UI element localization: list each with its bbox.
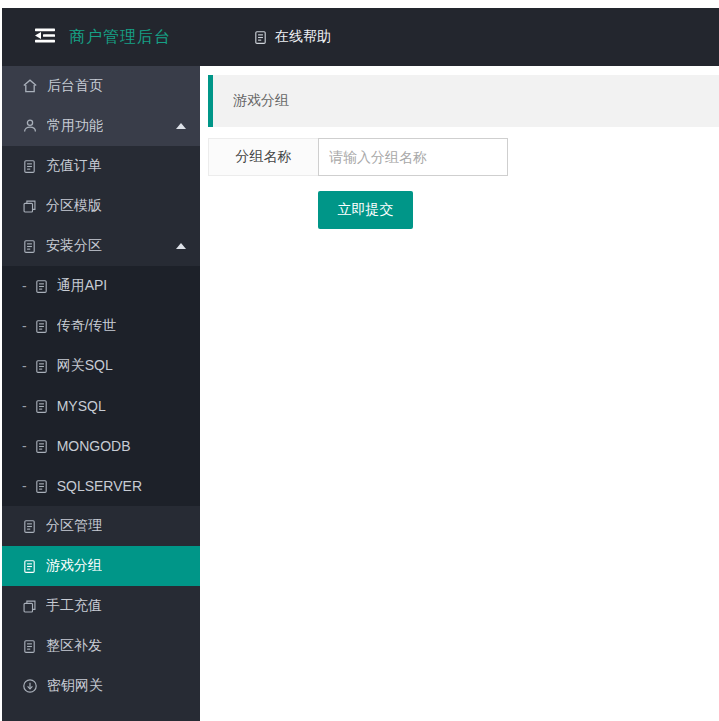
sidebar-item-mongodb[interactable]: - MONGODB bbox=[2, 426, 200, 466]
copy-icon bbox=[22, 599, 37, 614]
doc-icon bbox=[22, 559, 37, 574]
app-title: 商户管理后台 bbox=[69, 27, 171, 48]
admin-app: 商户管理后台 在线帮助 后台首页 常用功能 充值订单 分区模版 安装分区 - 通… bbox=[2, 8, 719, 721]
submenu-dash: - bbox=[22, 438, 27, 454]
user-icon bbox=[22, 118, 38, 134]
submenu-dash: - bbox=[22, 278, 27, 294]
sidebar-item-label: 网关SQL bbox=[57, 357, 113, 375]
collapse-menu-icon bbox=[34, 27, 56, 48]
sidebar-item-label: 常用功能 bbox=[47, 117, 103, 135]
top-header-bar: 商户管理后台 在线帮助 bbox=[2, 8, 719, 66]
group-name-label: 分组名称 bbox=[208, 138, 318, 176]
sidebar-item-label: 分区管理 bbox=[46, 517, 102, 535]
doc-icon bbox=[22, 639, 37, 654]
main-area: 后台首页 常用功能 充值订单 分区模版 安装分区 - 通用API - 传奇/传世… bbox=[2, 66, 719, 721]
sidebar-item-key-gateway[interactable]: 密钥网关 bbox=[2, 666, 200, 706]
submenu-dash: - bbox=[22, 398, 27, 414]
sidebar-item-recharge-orders[interactable]: 充值订单 bbox=[2, 146, 200, 186]
sidebar-item-generic-api[interactable]: - 通用API bbox=[2, 266, 200, 306]
sidebar-item-label: 整区补发 bbox=[46, 637, 102, 655]
sidebar-item-label: 传奇/传世 bbox=[57, 317, 117, 335]
content-area: 游戏分组 分组名称 立即提交 bbox=[200, 66, 719, 721]
sidebar-item-chuanqi-chuanshi[interactable]: - 传奇/传世 bbox=[2, 306, 200, 346]
submit-button[interactable]: 立即提交 bbox=[318, 191, 413, 229]
sidebar-item-label: 后台首页 bbox=[47, 77, 103, 95]
sidebar-item-common-functions[interactable]: 常用功能 bbox=[2, 106, 200, 146]
sidebar-item-manual-recharge[interactable]: 手工充值 bbox=[2, 586, 200, 626]
submenu-dash: - bbox=[22, 358, 27, 374]
sidebar-item-label: 安装分区 bbox=[46, 237, 102, 255]
doc-icon bbox=[22, 159, 37, 174]
sidebar-item-gateway-sql[interactable]: - 网关SQL bbox=[2, 346, 200, 386]
sidebar-item-label: 通用API bbox=[57, 277, 108, 295]
sidebar-item-game-group[interactable]: 游戏分组 bbox=[2, 546, 200, 586]
doc-icon bbox=[34, 479, 49, 494]
document-icon bbox=[253, 30, 268, 45]
sidebar-item-mysql[interactable]: - MYSQL bbox=[2, 386, 200, 426]
panel-header: 游戏分组 bbox=[208, 75, 719, 127]
doc-icon bbox=[34, 319, 49, 334]
sidebar-item-label: 游戏分组 bbox=[46, 557, 102, 575]
sidebar-item-label: MYSQL bbox=[57, 398, 106, 414]
submenu-dash: - bbox=[22, 478, 27, 494]
doc-icon bbox=[22, 519, 37, 534]
submenu-dash: - bbox=[22, 318, 27, 334]
doc-icon bbox=[22, 239, 37, 254]
sidebar-item-install-partition[interactable]: 安装分区 bbox=[2, 226, 200, 266]
online-help-link[interactable]: 在线帮助 bbox=[253, 28, 331, 46]
collapse-arrow-icon bbox=[176, 243, 186, 249]
sidebar-item-partition-template[interactable]: 分区模版 bbox=[2, 186, 200, 226]
doc-icon bbox=[34, 279, 49, 294]
sidebar-nav: 后台首页 常用功能 充值订单 分区模版 安装分区 - 通用API - 传奇/传世… bbox=[2, 66, 200, 721]
sidebar-item-zone-reissue[interactable]: 整区补发 bbox=[2, 626, 200, 666]
panel-title: 游戏分组 bbox=[233, 92, 289, 110]
sidebar-item-label: SQLSERVER bbox=[57, 478, 142, 494]
sidebar-item-label: 手工充值 bbox=[46, 597, 102, 615]
sidebar-item-sqlserver[interactable]: - SQLSERVER bbox=[2, 466, 200, 506]
online-help-label: 在线帮助 bbox=[275, 28, 331, 46]
doc-icon bbox=[34, 439, 49, 454]
doc-icon bbox=[34, 399, 49, 414]
sidebar-item-label: 密钥网关 bbox=[47, 677, 103, 695]
collapse-arrow-icon bbox=[176, 123, 186, 129]
group-name-form-row: 分组名称 bbox=[208, 138, 719, 176]
sidebar-item-label: MONGODB bbox=[57, 438, 131, 454]
sidebar-item-label: 分区模版 bbox=[46, 197, 102, 215]
panel-accent-bar bbox=[208, 75, 213, 127]
home-icon bbox=[22, 78, 38, 94]
sidebar-item-home[interactable]: 后台首页 bbox=[2, 66, 200, 106]
sidebar-item-label: 充值订单 bbox=[46, 157, 102, 175]
doc-icon bbox=[34, 359, 49, 374]
circle-down-icon bbox=[22, 678, 38, 694]
sidebar-item-partition-management[interactable]: 分区管理 bbox=[2, 506, 200, 546]
copy-icon bbox=[22, 199, 37, 214]
group-name-input[interactable] bbox=[318, 138, 508, 176]
collapse-sidebar-button[interactable] bbox=[34, 27, 56, 48]
